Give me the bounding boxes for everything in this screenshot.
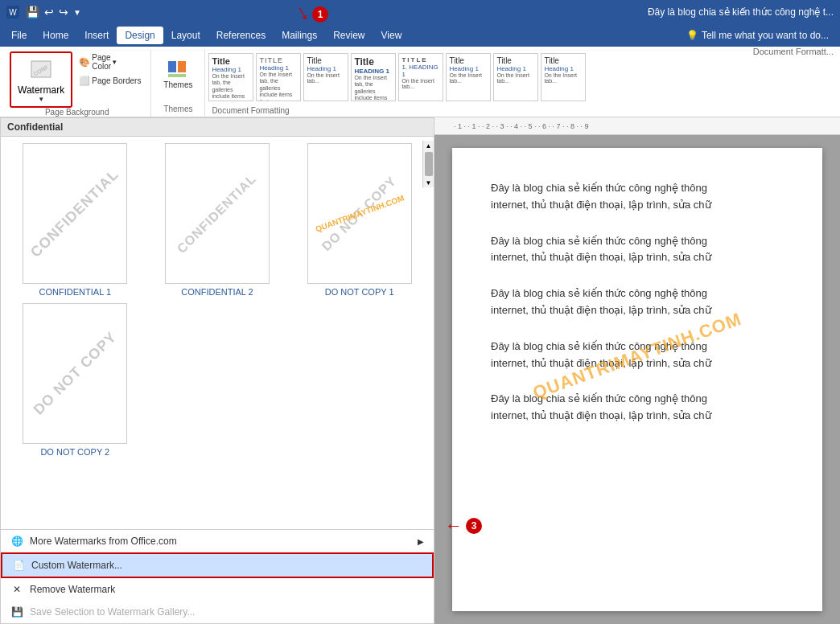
app-body: Confidential CONFIDENTIAL CONFIDENTIAL 1…	[0, 117, 840, 624]
document-formatting-area: Title Heading 1 On the Insert tab, the g…	[205, 50, 837, 117]
themes-group-label: Themes	[163, 105, 192, 115]
ribbon-group-content: CONF Watermark ▼ 2 → 🎨 Page Color ▼	[10, 51, 144, 108]
remove-watermark-icon: ✕	[10, 583, 23, 596]
theme-thumb-7[interactable]: Title Heading 1 On the Insert tab...	[493, 53, 538, 101]
custom-watermark-item[interactable]: 📄 Custom Watermark...	[1, 552, 434, 578]
customize-icon[interactable]: ▼	[73, 8, 81, 17]
themes-content: Themes	[158, 51, 198, 105]
wm-preview-donotcopy1: DO NOT COPY QUANTRIMAYTINH.COM	[307, 143, 412, 284]
page-color-arrow[interactable]: ▼	[111, 59, 117, 66]
more-watermarks-icon: 🌐	[10, 535, 23, 548]
custom-watermark-label: Custom Watermark...	[31, 560, 122, 571]
menu-home[interactable]: Home	[35, 27, 76, 44]
doc-paragraph-3: Đây là blog chia sẻ kiến thức công nghệ …	[491, 285, 784, 319]
ribbon-group-page-background: CONF Watermark ▼ 2 → 🎨 Page Color ▼	[3, 50, 151, 117]
annotation-number-3: 3	[466, 518, 482, 534]
theme-thumb-8[interactable]: Title Heading 1 On the Insert tab...	[541, 53, 586, 101]
theme-thumb-5[interactable]: TITLE 1. HEADING 1 On the Insert tab...	[398, 53, 443, 101]
watermark-item-conf2[interactable]: CONFIDENTIAL CONFIDENTIAL 2	[150, 143, 286, 297]
scroll-down-arrow[interactable]: ▼	[424, 178, 434, 187]
svg-rect-4	[168, 74, 186, 77]
menu-review[interactable]: Review	[325, 27, 373, 44]
wm-label-conf1: CONFIDENTIAL 1	[39, 287, 111, 297]
menu-references[interactable]: References	[208, 27, 274, 44]
redo-icon[interactable]: ↪	[59, 6, 68, 18]
save-icon[interactable]: 💾	[26, 6, 39, 18]
save-selection-icon: 💾	[10, 606, 23, 618]
wm-label-conf2: CONFIDENTIAL 2	[181, 287, 253, 297]
menu-view[interactable]: View	[373, 27, 410, 44]
remove-watermark-item[interactable]: ✕ Remove Watermark	[1, 578, 434, 601]
doc-paragraph-4: Đây là blog chia sẻ kiến thức công nghệ …	[491, 339, 784, 372]
themes-button[interactable]: Themes	[158, 51, 198, 92]
wm-preview-conf2: CONFIDENTIAL	[165, 143, 270, 284]
theme-thumb-1[interactable]: Title Heading 1 On the Insert tab, the g…	[208, 53, 253, 101]
ribbon: CONF Watermark ▼ 2 → 🎨 Page Color ▼	[0, 47, 840, 117]
menu-layout[interactable]: Layout	[163, 27, 208, 44]
svg-rect-2	[168, 61, 176, 72]
document-page: QUANTRIMAYTINH.COM Đây là blog chia sẻ k…	[452, 148, 822, 611]
undo-icon[interactable]: ↩	[44, 6, 54, 18]
watermark-icon: CONF	[28, 56, 54, 84]
menu-design[interactable]: Design	[117, 27, 163, 44]
watermark-item-donotcopy1[interactable]: DO NOT COPY QUANTRIMAYTINH.COM DO NOT CO…	[291, 143, 427, 297]
overlay-wm-1: QUANTRIMAYTINH.COM	[314, 193, 405, 233]
svg-rect-3	[178, 61, 186, 72]
doc-paragraph-5: Đây là blog chia sẻ kiến thức công nghệ …	[491, 391, 784, 425]
wm-preview-donotcopy2: DO NOT COPY	[23, 303, 127, 444]
menu-insert[interactable]: Insert	[76, 27, 117, 44]
more-watermarks-item[interactable]: 🌐 More Watermarks from Office.com ▶	[1, 530, 434, 552]
scrollbar[interactable]: ▲ ▼	[422, 141, 434, 187]
doc-scroll[interactable]: QUANTRIMAYTINH.COM Đây là blog chia sẻ k…	[434, 135, 840, 624]
panel-scroll[interactable]: CONFIDENTIAL CONFIDENTIAL 1 CONFIDENTIAL…	[1, 137, 434, 529]
page-borders-icon: ⬜	[79, 76, 90, 86]
page-color-button[interactable]: 🎨 Page Color ▼	[76, 51, 144, 72]
watermark-item-conf1[interactable]: CONFIDENTIAL CONFIDENTIAL 1	[7, 143, 143, 297]
title-bar-title: Đây là blog chia sẻ kiến thức công nghệ …	[648, 6, 834, 18]
wm-text-donotcopy2: DO NOT COPY	[30, 329, 120, 419]
menu-bar: File Home Insert Design Layout Reference…	[0, 24, 840, 47]
document-format-right-label: Document Formatt...	[753, 47, 834, 56]
wm-preview-conf1: CONFIDENTIAL	[23, 143, 127, 284]
theme-thumb-2[interactable]: TITLE Heading 1 On the Insert tab, the g…	[256, 53, 301, 101]
page-borders-button[interactable]: ⬜ Page Borders	[76, 74, 144, 88]
wm-text-conf2: CONFIDENTIAL	[175, 171, 259, 256]
watermark-item-donotcopy2[interactable]: DO NOT COPY DO NOT COPY 2	[7, 303, 143, 457]
watermark-dropdown-arrow[interactable]: ▼	[38, 96, 44, 103]
scroll-up-arrow[interactable]: ▲	[424, 141, 434, 150]
menu-mailings[interactable]: Mailings	[274, 27, 325, 44]
themes-label: Themes	[163, 80, 192, 89]
document-area: · 1 · · 1 · · 2 · · 3 · · 4 · · 5 · · 6 …	[434, 117, 840, 624]
theme-thumb-6[interactable]: Title Heading 1 On the Insert tab...	[446, 53, 491, 101]
remove-watermark-label: Remove Watermark	[30, 584, 115, 595]
watermark-button[interactable]: CONF Watermark ▼ 2 →	[10, 51, 72, 108]
title-bar-left: W 💾 ↩ ↪ ▼	[6, 6, 81, 18]
tell-me-box[interactable]: 💡 Tell me what you want to do...	[678, 27, 837, 44]
doc-paragraph-1: Đây là blog chia sẻ kiến thức công nghệ …	[491, 180, 784, 214]
theme-thumb-4[interactable]: Title HEADING 1 On the Insert tab, the g…	[351, 53, 396, 101]
watermark-grid: CONFIDENTIAL CONFIDENTIAL 1 CONFIDENTIAL…	[7, 143, 427, 457]
lightbulb-icon: 💡	[686, 30, 698, 41]
undo-redo-group[interactable]: 💾 ↩ ↪ ▼	[26, 6, 81, 18]
panel-menu: 🌐 More Watermarks from Office.com ▶ 📄 Cu…	[1, 529, 434, 623]
panel-header: Confidential	[1, 118, 434, 137]
wm-text-conf1: CONFIDENTIAL	[27, 166, 122, 261]
theme-thumb-3[interactable]: Title Heading 1 On the Insert tab...	[303, 53, 348, 101]
scroll-thumb[interactable]	[425, 152, 433, 176]
watermark-label: Watermark	[18, 84, 64, 96]
wm-label-donotcopy2: DO NOT COPY 2	[40, 447, 109, 457]
page-color-borders-group: 🎨 Page Color ▼ ⬜ Page Borders	[76, 51, 144, 88]
more-watermarks-label: More Watermarks from Office.com	[30, 536, 177, 547]
title-bar: W 💾 ↩ ↪ ▼ ↑ 1 Đây là blog chia sẻ kiến t…	[0, 0, 840, 24]
annotation-1: ↑ 1	[298, 2, 328, 27]
menu-file[interactable]: File	[3, 27, 35, 44]
doc-paragraph-2: Đây là blog chia sẻ kiến thức công nghệ …	[491, 233, 784, 267]
more-watermarks-arrow: ▶	[418, 537, 424, 546]
ribbon-group-themes: Themes Themes	[151, 50, 205, 117]
save-selection-item: 💾 Save Selection to Watermark Gallery...	[1, 601, 434, 623]
save-selection-label: Save Selection to Watermark Gallery...	[30, 606, 195, 618]
annotation-number-1: 1	[312, 6, 328, 23]
watermark-panel: Confidential CONFIDENTIAL CONFIDENTIAL 1…	[0, 117, 434, 624]
ruler: · 1 · · 1 · · 2 · · 3 · · 4 · · 5 · · 6 …	[434, 117, 840, 135]
themes-icon	[165, 55, 191, 80]
